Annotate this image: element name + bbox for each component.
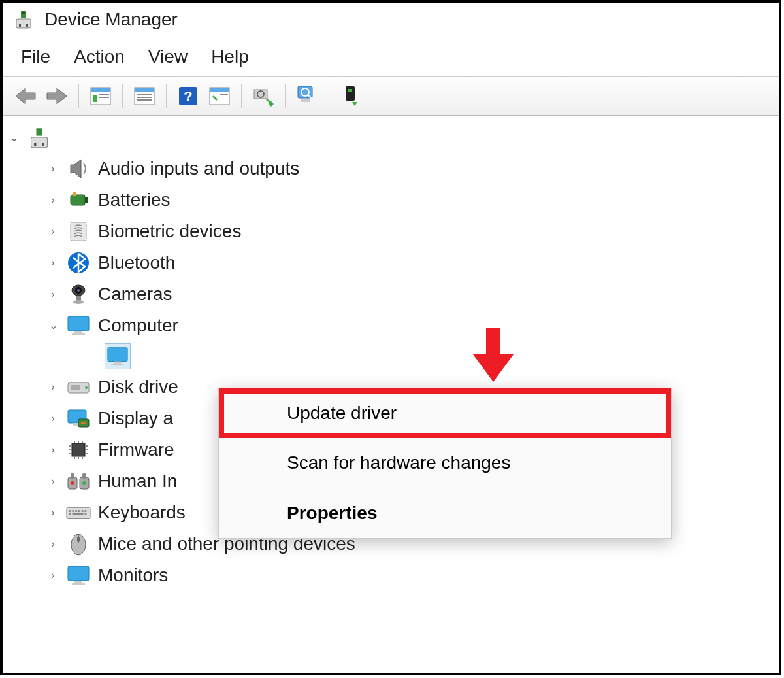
camera-icon: [65, 281, 91, 307]
collapse-arrow-icon[interactable]: ›: [47, 161, 59, 177]
svg-rect-81: [69, 513, 71, 515]
svg-rect-45: [108, 348, 127, 362]
menu-view[interactable]: View: [148, 46, 188, 67]
svg-rect-44: [72, 333, 85, 335]
menu-help[interactable]: Help: [211, 46, 249, 67]
properties-button[interactable]: [131, 82, 158, 110]
tree-item-biometric[interactable]: › Biometric devices: [8, 216, 774, 247]
tree-label: Biometric devices: [98, 218, 241, 245]
svg-rect-2: [16, 19, 31, 28]
menu-action[interactable]: Action: [74, 46, 125, 67]
toolbar: ?: [3, 77, 779, 116]
collapse-arrow-icon[interactable]: ›: [47, 473, 59, 489]
collapse-arrow-icon[interactable]: ›: [47, 286, 59, 302]
install-legacy-button[interactable]: [337, 82, 365, 110]
forward-button[interactable]: [43, 82, 71, 110]
tree-label: Display a: [98, 405, 173, 432]
svg-rect-80: [85, 510, 87, 512]
svg-point-39: [77, 289, 80, 292]
tree-label: Human In: [98, 467, 177, 495]
tree-label: Audio inputs and outputs: [98, 155, 299, 182]
keyboard-icon: [65, 500, 91, 526]
tree-label: Disk drive: [98, 373, 178, 401]
context-menu-properties[interactable]: Properties: [219, 488, 671, 538]
annotation-arrow-icon: [473, 328, 514, 382]
computer-icon: [105, 343, 131, 369]
svg-point-41: [73, 300, 84, 304]
tree-item-batteries[interactable]: › Batteries: [8, 184, 774, 216]
svg-rect-26: [346, 86, 355, 101]
svg-point-73: [82, 481, 86, 485]
scan-hardware-button[interactable]: [206, 82, 233, 110]
computer-root-icon: [26, 125, 52, 151]
help-button[interactable]: ?: [174, 82, 202, 110]
disk-icon: [65, 374, 91, 400]
svg-point-72: [71, 481, 74, 485]
tree-label: Firmware: [98, 436, 174, 464]
display-adapter-icon: [65, 405, 91, 432]
battery-icon: [65, 187, 91, 213]
collapse-arrow-icon[interactable]: ›: [47, 442, 59, 458]
tree-item-computer-child[interactable]: [8, 341, 774, 371]
tree-label: Computer: [98, 312, 178, 339]
toolbar-separator: [285, 84, 286, 108]
tree-item-bluetooth[interactable]: › Bluetooth: [8, 247, 774, 279]
back-button[interactable]: [12, 82, 39, 110]
expand-arrow-icon[interactable]: ⌄: [47, 318, 59, 333]
collapse-arrow-icon[interactable]: ›: [47, 411, 59, 426]
svg-rect-4: [26, 24, 28, 27]
svg-rect-3: [19, 24, 21, 27]
svg-rect-1: [22, 12, 25, 14]
collapse-arrow-icon[interactable]: ›: [47, 568, 59, 583]
svg-rect-75: [69, 510, 71, 512]
titlebar: Device Manager: [3, 3, 779, 37]
context-menu: Update driver Scan for hardware changes …: [218, 388, 672, 539]
tree-label: Batteries: [98, 186, 171, 214]
svg-rect-29: [31, 137, 48, 148]
collapse-arrow-icon[interactable]: ›: [47, 255, 59, 271]
tree-root[interactable]: ⌄: [8, 123, 774, 153]
device-manager-icon: [13, 9, 34, 30]
menu-file[interactable]: File: [21, 46, 50, 67]
svg-rect-32: [71, 195, 85, 205]
svg-rect-55: [72, 443, 85, 456]
tree-item-monitors[interactable]: › Monitors: [8, 560, 774, 591]
uninstall-button[interactable]: [293, 82, 321, 110]
collapse-arrow-icon[interactable]: ›: [47, 379, 59, 395]
svg-rect-89: [72, 583, 85, 585]
toolbar-separator: [241, 84, 242, 108]
toolbar-separator: [166, 84, 167, 108]
tree-item-computer[interactable]: ⌄ Computer: [8, 310, 774, 341]
svg-rect-47: [112, 364, 124, 365]
svg-rect-71: [82, 473, 86, 479]
svg-rect-42: [68, 316, 89, 331]
menu-item-label: Scan for hardware changes: [287, 452, 510, 473]
hid-icon: [65, 468, 91, 494]
tree-item-cameras[interactable]: › Cameras: [8, 279, 774, 310]
update-driver-button[interactable]: [250, 82, 277, 110]
context-menu-update-driver[interactable]: Update driver: [219, 388, 671, 438]
collapse-arrow-icon[interactable]: ›: [47, 505, 59, 520]
svg-point-49: [85, 386, 88, 389]
svg-rect-54: [81, 422, 86, 424]
svg-rect-13: [137, 97, 152, 98]
menu-item-label: Properties: [287, 503, 378, 523]
collapse-arrow-icon[interactable]: ›: [47, 224, 59, 239]
computer-icon: [65, 313, 91, 339]
toolbar-separator: [78, 84, 79, 108]
expand-arrow-icon[interactable]: ⌄: [8, 130, 20, 146]
svg-rect-43: [74, 331, 82, 333]
tree-item-audio[interactable]: › Audio inputs and outputs: [8, 153, 774, 184]
properties-pane-button[interactable]: [87, 82, 114, 110]
svg-rect-86: [77, 537, 80, 542]
tree-label: Keyboards: [98, 499, 186, 526]
collapse-arrow-icon[interactable]: ›: [47, 536, 59, 552]
context-menu-scan-hardware[interactable]: Scan for hardware changes: [219, 438, 671, 488]
svg-rect-14: [137, 99, 152, 101]
svg-rect-79: [82, 510, 84, 512]
svg-rect-87: [68, 566, 89, 581]
fingerprint-icon: [65, 218, 91, 245]
svg-rect-9: [99, 97, 109, 98]
collapse-arrow-icon[interactable]: ›: [47, 192, 59, 208]
device-manager-window: Device Manager File Action View Help ?: [0, 0, 781, 675]
